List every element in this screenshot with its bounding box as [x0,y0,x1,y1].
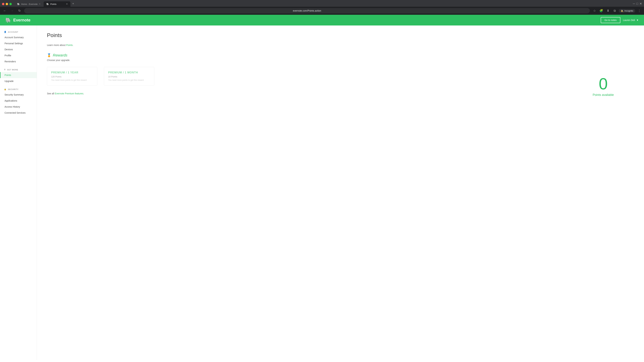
logo-area: 🐘 Evernote [5,17,30,23]
account-section-label: ACCOUNT [8,31,18,33]
tab-points-label: Points [50,3,56,5]
tab-points-close[interactable]: ✕ [66,3,68,5]
sidebar-item-reminders[interactable]: Reminders [0,58,37,64]
tab-home[interactable]: 🐘 Home - Evernote ✕ [14,1,43,7]
reward-card-month-message: You need more points to get this reward [108,79,150,81]
user-menu[interactable]: Lauren Deli ▼ [623,19,639,21]
window-minimize-button[interactable] [6,3,8,5]
reward-card-month-title: PREMIUM / 1 MONTH [108,71,150,74]
sidebar-item-profile[interactable]: Profile [0,52,37,58]
sidebar-item-access-history[interactable]: Access History [0,104,37,110]
window-maximize-button[interactable] [10,3,12,5]
reward-card-year-points: 120 Points [51,75,93,78]
window-close-button[interactable] [2,3,4,5]
user-name: Lauren Deli [623,19,635,21]
reward-card-premium-month: PREMIUM / 1 MONTH 10 Points You need mor… [104,67,154,85]
main-content: Points Learn more about Points. 0 Points… [37,25,644,360]
sidebar-item-applications[interactable]: Applications [0,98,37,104]
sidebar-item-connected-services[interactable]: Connected Services [0,110,37,116]
back-button[interactable]: ← [2,8,8,13]
forward-button[interactable]: → [10,8,15,13]
incognito-icon: 🕵 [621,9,623,12]
rewards-section: 🏅 Rewards Choose your upgrade. PREMIUM /… [47,53,634,95]
close-icon[interactable]: ✕ [640,2,642,5]
tab-home-favicon: 🐘 [17,3,20,5]
more-menu-button[interactable]: ⋮ [636,8,642,13]
incognito-label: Incognito [624,9,633,12]
incognito-indicator: 🕵 Incognito [619,9,635,13]
bookmark-button[interactable]: ☆ [592,8,597,13]
see-all-text: See all Evernote Premium features. [47,92,634,95]
download-button[interactable]: ⬇ [605,8,611,13]
get-more-section-icon: ⬆ [4,68,6,71]
tab-home-close[interactable]: ✕ [39,3,40,5]
sidebar-item-account-summary[interactable]: Account Summary [0,34,37,40]
logo-text: Evernote [13,18,30,22]
sidebar-item-points[interactable]: Points [0,72,37,78]
sidebar-item-devices[interactable]: Devices [0,46,37,52]
tab-points[interactable]: 🐘 Points ✕ [44,1,70,7]
dropdown-arrow-icon: ▼ [636,19,639,21]
sidebar-section-security: 🔒 SECURITY [0,87,37,92]
main-layout: 👤 ACCOUNT Account Summary Personal Setti… [0,25,644,360]
rewards-title: Rewards [53,53,68,57]
tab-points-favicon: 🐘 [46,3,49,5]
rewards-header: 🏅 Rewards [47,53,634,57]
nav-icons: ☆ 🧩 ⬇ ⧉ 🕵 Incognito ⋮ [592,8,642,13]
new-tab-button[interactable]: + [71,1,76,6]
reward-card-year-message: You need more points to get this reward [51,79,93,81]
account-section-icon: 👤 [4,31,6,33]
sidebar: 👤 ACCOUNT Account Summary Personal Setti… [0,25,37,360]
points-count: 0 [593,76,614,92]
points-learn-more-link[interactable]: Points [66,44,72,46]
reward-card-year-title: PREMIUM / 1 YEAR [51,71,93,74]
topbar-right: Go to notes Lauren Deli ▼ [601,17,639,23]
learn-more-text: Learn more about Points. [47,44,634,46]
go-to-notes-button[interactable]: Go to notes [601,17,620,23]
minimize-icon[interactable]: ─ [633,2,635,5]
rewards-subtitle: Choose your upgrade. [47,59,634,61]
restore-icon[interactable]: □ [636,2,638,5]
sidebar-item-upgrade[interactable]: Upgrade [0,78,37,84]
reward-card-month-points: 10 Points [108,75,150,78]
content-wrapper: Points Learn more about Points. 0 Points… [47,32,634,95]
premium-features-link[interactable]: Evernote Premium features [55,92,83,95]
topbar: 🐘 Evernote Go to notes Lauren Deli ▼ [0,15,644,25]
browser-chrome: 🐘 Home - Evernote ✕ 🐘 Points ✕ + ─ □ ✕ ←… [0,0,644,15]
sidebar-item-security-summary[interactable]: Security Summary [0,92,37,98]
reload-button[interactable]: ↻ [17,8,22,13]
sidebar-item-personal-settings[interactable]: Personal Settings [0,40,37,46]
security-section-label: SECURITY [8,88,18,90]
points-available-label: Points available [593,93,614,97]
tabs-row: 🐘 Home - Evernote ✕ 🐘 Points ✕ + [14,1,632,7]
evernote-logo-icon: 🐘 [5,17,11,23]
rewards-icon: 🏅 [47,53,51,57]
address-bar[interactable] [24,8,590,13]
app: 🐘 Evernote Go to notes Lauren Deli ▼ 👤 A… [0,15,644,360]
extensions-button[interactable]: 🧩 [598,8,604,13]
sidebar-section-account: 👤 ACCOUNT [0,29,37,34]
browser-window-controls [2,3,12,5]
tab-home-label: Home - Evernote [21,3,38,5]
browser-titlebar: 🐘 Home - Evernote ✕ 🐘 Points ✕ + ─ □ ✕ [0,0,644,7]
reward-card-premium-year: PREMIUM / 1 YEAR 120 Points You need mor… [47,67,97,85]
sidebar-section-get-more: ⬆ GET MORE [0,67,37,72]
page-title: Points [47,32,634,38]
get-more-section-label: GET MORE [7,69,18,71]
reward-cards: PREMIUM / 1 YEAR 120 Points You need mor… [47,67,634,85]
split-screen-button[interactable]: ⧉ [612,8,617,13]
points-display: 0 Points available [593,76,614,97]
security-section-icon: 🔒 [4,88,6,90]
browser-navbar: ← → ↻ ☆ 🧩 ⬇ ⧉ 🕵 Incognito ⋮ [0,7,644,15]
